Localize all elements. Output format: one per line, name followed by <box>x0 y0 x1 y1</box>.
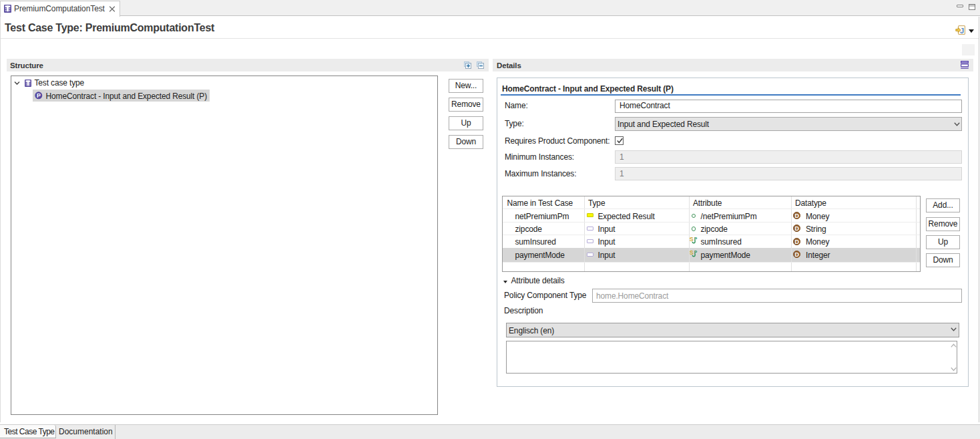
svg-text:D: D <box>794 238 799 245</box>
svg-text:D: D <box>794 225 799 232</box>
svg-text:D: D <box>794 251 799 258</box>
svg-text:D: D <box>794 212 799 219</box>
svg-text:S: S <box>690 236 694 243</box>
svg-text:P: P <box>694 249 698 254</box>
svg-text:P: P <box>37 92 41 99</box>
svg-text:P: P <box>694 237 698 241</box>
svg-text:S: S <box>690 249 694 256</box>
